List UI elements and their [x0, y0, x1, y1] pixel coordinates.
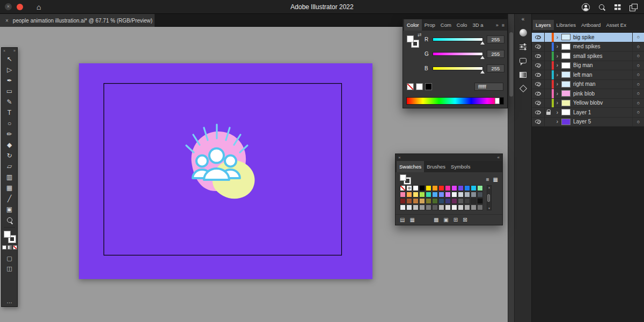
swatch[interactable]: [438, 185, 444, 191]
layer-expand-chevron[interactable]: ›: [554, 62, 560, 68]
eye-icon[interactable]: [535, 63, 541, 67]
swatch[interactable]: [477, 198, 483, 204]
swatch-registration[interactable]: ⊕: [406, 185, 412, 191]
layer-thumbnail[interactable]: [561, 81, 570, 87]
layer-row[interactable]: ›med spikes○: [532, 42, 644, 52]
fill-swatch[interactable]: [400, 174, 406, 181]
eye-icon[interactable]: [535, 111, 541, 114]
paintbrush-tool[interactable]: ✎: [2, 97, 17, 107]
layer-name[interactable]: Layer 5: [573, 119, 632, 125]
scroll-down-icon[interactable]: ▼: [488, 207, 491, 210]
swatch[interactable]: [406, 204, 412, 210]
layer-target-icon[interactable]: ○: [632, 89, 644, 98]
swatch[interactable]: [458, 204, 464, 210]
panel-collapse-icon[interactable]: »: [496, 23, 499, 28]
channel-value-field[interactable]: 255: [487, 50, 504, 58]
tab-close-icon[interactable]: ×: [5, 18, 9, 24]
layer-lock-cell[interactable]: [545, 70, 552, 79]
layer-row[interactable]: ›Layer 1○: [532, 108, 644, 118]
layer-lock-cell[interactable]: [545, 108, 552, 117]
eye-icon[interactable]: [535, 35, 541, 39]
layer-expand-chevron[interactable]: ›: [554, 53, 560, 59]
layer-target-icon[interactable]: ○: [632, 61, 644, 70]
artboard-tool[interactable]: ▣: [2, 204, 17, 215]
eye-icon[interactable]: [535, 92, 541, 96]
lock-icon[interactable]: [546, 112, 551, 115]
list-view-icon[interactable]: ≡: [486, 177, 489, 182]
layer-lock-cell[interactable]: [545, 52, 552, 61]
swatch[interactable]: [413, 192, 419, 197]
swatch[interactable]: [477, 204, 483, 210]
layer-thumbnail[interactable]: [561, 53, 570, 59]
swatch[interactable]: [426, 198, 431, 204]
color-fill-stroke-indicator[interactable]: [407, 35, 419, 47]
swatch[interactable]: [458, 198, 464, 204]
layer-expand-chevron[interactable]: ›: [554, 43, 560, 49]
layer-target-icon[interactable]: ○: [632, 52, 644, 61]
swatch[interactable]: [451, 185, 457, 191]
channel-value-field[interactable]: 255: [487, 35, 504, 43]
swatch[interactable]: [477, 185, 483, 191]
swatch[interactable]: [419, 204, 425, 210]
layer-expand-chevron[interactable]: ›: [554, 72, 560, 78]
mesh-tool[interactable]: ▦: [2, 182, 17, 193]
color-fill-icon[interactable]: [2, 245, 6, 250]
layers-tab-layers[interactable]: Layers: [533, 20, 554, 30]
swap-fill-stroke-icon[interactable]: ⇄: [418, 32, 422, 38]
swatch[interactable]: [413, 204, 419, 210]
layer-visibility-cell[interactable]: [532, 42, 545, 52]
layer-target-icon[interactable]: ○: [632, 33, 644, 42]
white-swatch[interactable]: [416, 83, 423, 90]
new-color-group-icon[interactable]: ▣: [443, 217, 448, 223]
layer-visibility-cell[interactable]: [532, 61, 545, 70]
swatch[interactable]: [438, 192, 444, 197]
comments-panel-icon[interactable]: [515, 54, 531, 67]
color-tab-colo[interactable]: Colo: [454, 19, 470, 31]
swatch[interactable]: [471, 204, 477, 210]
properties-panel-icon[interactable]: [515, 40, 531, 53]
swatch[interactable]: [464, 185, 470, 191]
grid-view-icon[interactable]: ▦: [493, 177, 498, 182]
swatch-none[interactable]: [400, 185, 406, 191]
swatch[interactable]: [426, 185, 431, 191]
fill-swatch[interactable]: [407, 35, 414, 42]
layer-name[interactable]: right man: [573, 81, 632, 87]
swatch[interactable]: [451, 192, 457, 197]
rectangle-tool[interactable]: ▭: [2, 86, 17, 97]
eye-icon[interactable]: [535, 120, 541, 123]
swatch[interactable]: [432, 198, 438, 204]
artboard[interactable]: [79, 63, 372, 279]
type-tool[interactable]: T: [2, 107, 17, 118]
fill-swatch[interactable]: [4, 231, 11, 238]
slider-handle[interactable]: [480, 70, 485, 74]
channel-slider[interactable]: [433, 38, 483, 41]
3d-materials-panel-icon[interactable]: [515, 82, 531, 95]
slider-handle[interactable]: [480, 56, 485, 59]
gradient-panel-icon[interactable]: [515, 68, 531, 81]
swatch[interactable]: [400, 198, 406, 204]
layers-tab-libraries[interactable]: Libraries: [554, 20, 579, 30]
swatch[interactable]: [438, 198, 444, 204]
color-tab-com[interactable]: Com: [438, 19, 454, 31]
draw-normal-icon[interactable]: ▢: [6, 255, 12, 262]
layer-expand-chevron[interactable]: ›: [554, 81, 560, 87]
layer-visibility-cell[interactable]: [532, 52, 545, 61]
scrollbar-thumb[interactable]: [509, 32, 513, 97]
swatch[interactable]: [471, 192, 477, 197]
swatch[interactable]: [445, 192, 451, 197]
layer-target-icon[interactable]: ○: [632, 108, 644, 117]
swatch[interactable]: [432, 204, 438, 210]
toolbar-close-icon[interactable]: ×: [3, 48, 5, 54]
color-tab-prop[interactable]: Prop: [422, 19, 438, 31]
swatch[interactable]: [464, 204, 470, 210]
swatch[interactable]: [426, 192, 431, 197]
black-swatch[interactable]: [425, 83, 432, 90]
layer-row[interactable]: ›big spike○: [532, 33, 644, 42]
layer-visibility-cell[interactable]: [532, 70, 545, 79]
gradient-fill-icon[interactable]: [8, 245, 12, 250]
canvas-scrollbar[interactable]: [508, 14, 514, 322]
swatch[interactable]: [458, 192, 464, 197]
layer-visibility-cell[interactable]: [532, 99, 545, 108]
document-tab[interactable]: × people animation illustration.ai* @ 67…: [0, 14, 155, 27]
layer-name[interactable]: Yellow blobv: [573, 100, 632, 106]
